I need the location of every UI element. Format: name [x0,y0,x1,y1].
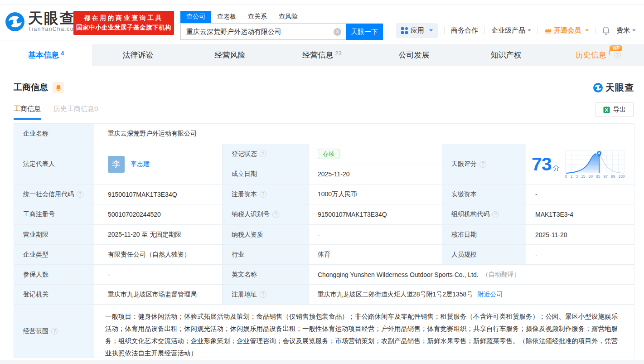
slogan-line2: 国家中小企业发展子基金旗下机构 [76,24,171,32]
subtab-current-info[interactable]: 工商信息 [14,105,41,120]
score-unit: 分 [553,164,560,172]
field-value-company-name: 重庆云深荒野户外运动有限公司 [94,124,634,144]
field-label-business-term: 营业期限 [14,225,94,245]
help-icon[interactable] [260,191,266,198]
field-value-score: 73分 [526,144,634,184]
apps-menu[interactable]: 应用 [396,23,438,38]
legal-rep-link[interactable]: 李忠建 [131,160,150,168]
tianyancha-logo[interactable]: 天眼查 TianYanCha.com [5,11,79,32]
tab-history-info[interactable]: VIP 历史信息 1 [552,44,644,66]
help-icon[interactable] [77,191,83,198]
help-icon[interactable] [272,211,279,218]
field-label-taxpayer-id: 纳税人识别号 [223,204,309,225]
search-button[interactable]: 天眼一下 [346,24,383,40]
field-value-scope: 一般项目：健身休闲活动；体验式拓展活动及策划；食品销售（仅销售预包装食品）；非公… [94,305,634,358]
label-text: 统一社会信用代码 [23,190,74,199]
english-name-text: Chongqing Yunshen Wilderness Outdoor Spo… [318,271,479,278]
divider [484,27,485,34]
tab-operational-risk[interactable]: 经营风险 [184,44,276,66]
help-icon[interactable] [492,211,499,218]
field-label-org-code: 组织机构代码 [442,204,526,225]
tab-company-development[interactable]: 公司发展 [368,44,460,66]
username: 费米 [616,26,630,35]
logo-text: 天眼查 TianYanCha.com [28,11,79,32]
page-bottom-strip [0,360,644,364]
vip-badge: VIP [610,45,622,51]
legal-rep-avatar[interactable]: 李 [108,156,125,173]
auto-translate-note: （自动翻译） [482,271,520,279]
tab-intellectual-property[interactable]: 知识产权 [460,44,552,66]
tab-label: 法律诉讼 [123,50,154,60]
field-value-industry: 体育 [309,245,442,265]
clear-search-icon[interactable] [334,28,341,36]
user-menu[interactable]: 费米 [616,26,636,35]
label-text: 注册地址 [232,291,257,299]
section-subtabs: 工商信息 历史工商信息0 [14,105,98,120]
field-label-staff-size: 人员规模 [442,245,526,265]
help-icon[interactable] [51,328,58,335]
menu-enterprise-product[interactable]: 企业级产品 [491,26,531,35]
nearby-companies-link[interactable]: 附近公司 [477,291,503,299]
field-label-establish-date: 成立日期 [223,164,309,184]
export-button[interactable]: 导出 [596,102,634,117]
tab-basic-info[interactable]: 基本信息 4 [0,44,92,66]
field-value-address: 重庆市九龙坡区二郎街道火炬大道28号附1号2层1358号 附近公司 [309,285,634,305]
field-label-english-name: 英文名称 [223,265,309,285]
help-icon[interactable] [614,52,621,58]
field-value-org-code: MAK1T3E3-4 [526,204,634,225]
search-input-value: 重庆云深荒野户外运动有限公司 [186,28,281,36]
site-header: 天眼查 TianYanCha.com 都在用的商业查询工具 国家中小企业发展子基… [0,5,644,40]
search-tab-risk[interactable]: 查风险 [273,11,304,23]
section-header: 工商信息 [14,82,64,93]
field-value-insured: - [94,265,223,285]
monitor-bell-icon[interactable] [53,82,64,93]
field-value-reg-number: 500107020244520 [94,204,223,225]
field-value-approval-date: 2025-11-20 [526,225,634,245]
score-distribution-chart: 0131550859799100 [565,150,625,179]
excel-icon [603,107,610,113]
tab-legal-proceedings[interactable]: 法律诉讼 [92,44,184,66]
score-axis-labels: 0131550859799100 [565,174,625,179]
label-text: 纳税人识别号 [232,210,270,218]
tab-business-info[interactable]: 经营信息 23 [276,44,368,66]
score-value: 73 [532,154,552,175]
label-text: 天眼评分 [451,160,477,168]
apps-label: 应用 [411,26,424,35]
menu-open-vip[interactable]: 开通会员 [544,26,589,35]
search-tab-company[interactable]: 查公司 [180,11,211,23]
subtab-history-info[interactable]: 历史工商信息0 [53,105,98,120]
field-label-taxpayer-qualification: 纳税人资质 [223,225,309,245]
divider [537,27,538,34]
help-icon[interactable] [479,161,486,168]
field-value-reg-status: 存续 [309,144,442,164]
label-text: 登记状态 [232,150,257,158]
search-input[interactable]: 重庆云深荒野户外运动有限公司 [180,24,346,40]
field-label-company-type: 企业类型 [14,245,94,265]
search-tabs: 查公司 查老板 查关系 查风险 [180,11,383,24]
field-label-reg-capital: 注册资本 [223,184,309,204]
search-tab-relation[interactable]: 查关系 [242,11,273,23]
help-icon[interactable] [260,291,266,298]
chevron-down-icon [585,29,589,33]
tab-count: 4 [61,50,64,57]
field-label-company-name: 企业名称 [14,124,94,144]
tab-label: 知识产权 [491,50,522,60]
tianyancha-logo-icon [5,11,25,32]
notification-bell-icon[interactable] [602,26,610,35]
enterprise-label: 企业级产品 [491,26,525,35]
field-label-insured: 参保人数 [14,265,94,285]
help-icon[interactable] [260,150,266,157]
search-module: 查公司 查老板 查关系 查风险 重庆云深荒野户外运动有限公司 天眼一下 [180,11,383,40]
top-menu: 应用 商务合作 企业级产品 开通会员 [396,22,636,39]
business-info-table: 企业名称 重庆云深荒野户外运动有限公司 法定代表人 李 李忠建 登记状态 存续 … [14,123,634,358]
menu-business-coop[interactable]: 商务合作 [451,26,478,35]
score-number: 73分 [532,155,560,174]
tab-label: 经营信息 [302,50,333,60]
field-value-taxpayer-qualification: - [309,225,442,245]
brand-domain: TianYanCha.com [28,26,79,32]
search-tab-boss[interactable]: 查老板 [211,11,242,23]
address-text: 重庆市九龙坡区二郎街道火炬大道28号附1号2层1358号 [318,291,473,299]
field-value-paid-capital: - [526,184,634,204]
tab-label: 基本信息 [28,50,59,60]
field-value-reg-capital: 1000万人民币 [309,184,442,204]
